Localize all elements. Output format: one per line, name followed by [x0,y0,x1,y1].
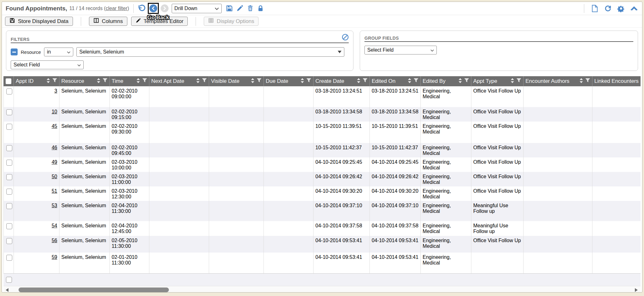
cell-create-date: 03-18-2010 13:34:58 [314,107,370,122]
cell-edited-by: Engineering, Medical [421,253,471,273]
filter-funnel-icon[interactable] [103,78,108,84]
filter-value-select[interactable]: Selenium, Selenium [76,47,344,57]
row-checkbox[interactable] [6,109,12,115]
column-header-appt-id[interactable]: Appt ID [14,76,59,86]
row-checkbox[interactable] [6,88,12,94]
row-checkbox[interactable] [6,124,12,130]
appt-id-link[interactable]: 59 [52,254,57,260]
column-header-next-apt-date[interactable]: Next Apt Date [149,76,209,86]
column-header-edited-by[interactable]: Edited By [420,76,471,86]
filter-funnel-icon[interactable] [585,78,590,84]
filter-funnel-icon[interactable] [464,78,469,84]
cell-edited-by: Engineering, Medical [421,201,471,221]
column-label: Encounter Authors [525,78,569,84]
lock-icon[interactable] [257,4,265,13]
refresh-icon[interactable] [604,4,612,13]
horizontal-scrollbar[interactable] [3,286,641,293]
clear-filters-ban-icon[interactable] [342,34,349,42]
appt-id-link[interactable]: 54 [52,223,57,228]
sort-icon[interactable] [408,78,411,85]
cell-edited-on: 04-10-2014 09:53:41 [370,253,421,273]
go-back-icon[interactable] [149,4,157,12]
collapse-chevron-up-icon[interactable] [630,4,638,13]
display-options-button[interactable]: Display Options [204,17,258,26]
column-header-encounter-authors[interactable]: Encounter Authors [523,76,592,86]
cell-appt-type: Office Visit Follow Up [471,122,524,143]
sort-icon[interactable] [458,78,462,85]
column-header-edited-on[interactable]: Edited On [369,76,420,86]
actions-bar: Store Displayed Data Columns Templates E… [2,15,642,28]
filter-operator-select[interactable]: in [44,48,73,56]
sort-icon[interactable] [136,78,140,85]
scrollbar-thumb[interactable] [19,287,169,292]
sort-icon[interactable] [301,78,304,85]
go-forward-icon[interactable] [161,4,169,12]
undo-icon[interactable] [138,4,146,13]
filter-funnel-icon[interactable] [52,78,57,84]
cell-edited-by: Engineering, Medical [421,122,471,143]
sort-icon[interactable] [196,78,200,85]
select-all-header-cell [3,76,14,86]
filter-funnel-icon[interactable] [202,78,207,84]
filter-funnel-icon[interactable] [414,78,419,84]
cell-resource: Selenium, Selenium [59,143,110,157]
column-header-time[interactable]: Time [109,76,149,86]
row-checkbox[interactable] [6,277,12,283]
row-checkbox[interactable] [6,223,12,229]
group-field-select[interactable]: Select Field [364,46,437,54]
scroll-left-arrow-icon[interactable] [6,288,8,292]
column-header-create-date[interactable]: Create Date [313,76,369,86]
appt-id-link[interactable]: 53 [52,203,57,208]
filter-funnel-icon[interactable] [363,78,368,84]
sort-icon[interactable] [97,78,100,85]
cell-edited-on: 04-10-2014 09:37:10 [370,201,421,221]
sort-icon[interactable] [511,78,514,85]
drill-down-select[interactable]: Drill Down [172,4,222,13]
row-checkbox[interactable] [6,255,12,261]
sort-icon[interactable] [47,78,50,85]
column-header-due-date[interactable]: Due Date [264,76,313,86]
row-checkbox[interactable] [6,203,12,209]
cell-visible-date [209,186,264,201]
row-checkbox[interactable] [6,189,12,195]
new-document-icon[interactable] [591,4,599,13]
remove-filter-minus-icon[interactable] [11,48,18,55]
edit-pencil-icon[interactable] [236,4,244,13]
row-checkbox[interactable] [6,238,12,244]
sort-icon[interactable] [357,78,360,85]
cell-due-date [264,143,314,157]
select-all-checkbox[interactable] [6,78,11,84]
appt-id-link[interactable]: 51 [52,188,57,194]
filter-funnel-icon[interactable] [306,78,311,84]
cell-next-apt-date [149,221,209,236]
cell-appt-type: Office Visit Follow Up [471,143,524,157]
store-displayed-data-button[interactable]: Store Displayed Data [5,17,73,26]
gear-icon[interactable] [617,4,625,13]
column-header-visible-date[interactable]: Visible Date [209,76,264,86]
column-header-appt-type[interactable]: Appt Type [471,76,523,86]
row-checkbox[interactable] [6,160,12,166]
appt-id-link[interactable]: 45 [52,123,57,129]
trash-icon[interactable] [246,4,254,13]
appt-id-link[interactable]: 10 [52,109,57,114]
column-label: Time [112,78,123,84]
column-header-linked-encounters[interactable]: Linked Encounters [592,76,641,86]
appt-id-link[interactable]: 46 [52,145,57,150]
sort-icon[interactable] [580,78,583,85]
appt-id-link[interactable]: 56 [52,238,57,243]
appt-id-link[interactable]: 50 [52,174,57,179]
add-filter-field-select[interactable]: Select Field [11,60,84,69]
save-view-icon[interactable] [225,4,234,13]
filter-funnel-icon[interactable] [142,78,147,84]
appt-id-link[interactable]: 49 [52,159,57,165]
sort-icon[interactable] [251,78,254,85]
appt-id-link[interactable]: 3 [54,88,57,94]
columns-button[interactable]: Columns [89,17,127,26]
row-checkbox[interactable] [6,145,12,151]
column-header-resource[interactable]: Resource [59,76,109,86]
filter-funnel-icon[interactable] [257,78,262,84]
filter-funnel-icon[interactable] [516,78,521,84]
clear-filter-link[interactable]: clear filter [106,6,127,11]
scroll-right-arrow-icon[interactable] [635,288,638,292]
row-checkbox[interactable] [6,174,12,180]
